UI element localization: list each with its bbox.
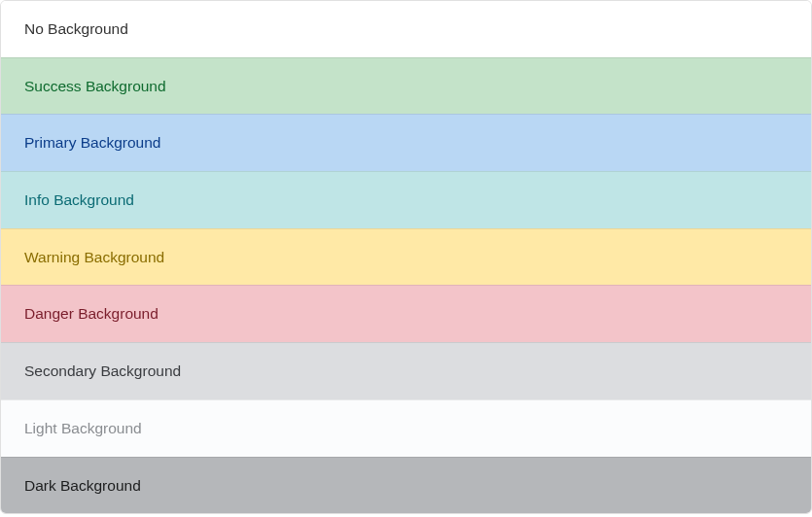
list-item-label: Warning Background: [24, 249, 164, 265]
list-item-none[interactable]: No Background: [1, 1, 811, 57]
list-item-label: Danger Background: [24, 305, 159, 322]
list-item-success[interactable]: Success Background: [1, 57, 811, 115]
contextual-background-list: No Background Success Background Primary…: [0, 0, 812, 514]
list-item-secondary[interactable]: Secondary Background: [1, 342, 811, 399]
list-item-light[interactable]: Light Background: [1, 399, 811, 457]
list-item-warning[interactable]: Warning Background: [1, 228, 811, 286]
list-item-primary[interactable]: Primary Background: [1, 114, 811, 171]
list-item-label: Primary Background: [24, 134, 160, 151]
list-item-label: Success Background: [24, 78, 166, 94]
list-item-label: Info Background: [24, 191, 134, 208]
list-item-info[interactable]: Info Background: [1, 171, 811, 228]
list-item-label: No Background: [24, 20, 128, 37]
list-item-danger[interactable]: Danger Background: [1, 285, 811, 342]
list-item-dark[interactable]: Dark Background: [1, 457, 811, 514]
list-item-label: Light Background: [24, 420, 142, 436]
list-item-label: Secondary Background: [24, 362, 181, 379]
list-item-label: Dark Background: [24, 477, 141, 494]
